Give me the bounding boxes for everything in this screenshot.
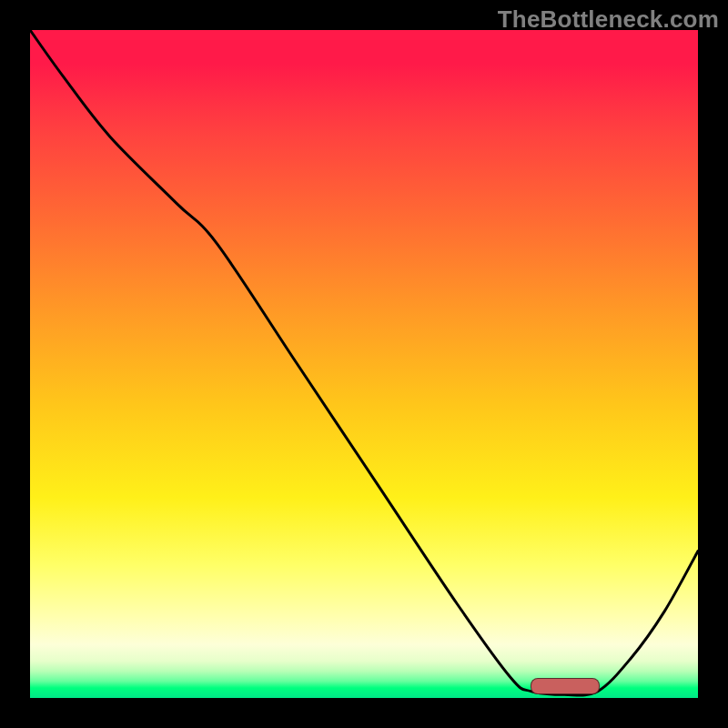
plot-area — [30, 30, 698, 698]
chart-frame: TheBottleneck.com — [0, 0, 728, 728]
bottleneck-curve — [30, 30, 698, 698]
curve-path — [30, 30, 698, 695]
optimal-range-marker — [531, 678, 600, 694]
